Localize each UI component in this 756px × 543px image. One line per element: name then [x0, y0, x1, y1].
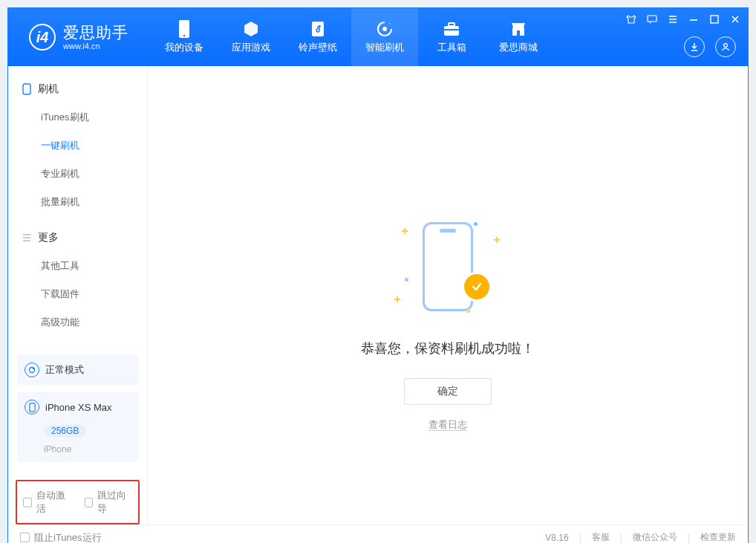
download-button[interactable]	[684, 36, 705, 57]
version-label: V8.16	[545, 533, 568, 543]
dot-icon	[466, 309, 470, 313]
tab-my-device[interactable]: 我的设备	[151, 8, 218, 66]
svg-rect-4	[444, 26, 459, 36]
sidebar-group-flash: 刷机	[8, 75, 147, 103]
device-capacity: 256GB	[44, 425, 86, 437]
flash-icon	[376, 20, 394, 38]
device-name: iPhone XS Max	[45, 402, 112, 413]
svg-rect-12	[23, 84, 30, 94]
feedback-icon[interactable]	[645, 13, 659, 26]
store-icon	[509, 20, 527, 38]
skin-icon[interactable]	[625, 13, 638, 26]
sidebar-item-onekey-flash[interactable]: 一键刷机	[8, 131, 147, 160]
phone-flash-icon	[22, 84, 32, 94]
tab-label: 智能刷机	[365, 41, 404, 54]
mode-panel[interactable]: 正常模式	[17, 355, 138, 385]
app-url: www.i4.cn	[63, 42, 128, 51]
sidebar-item-itunes-flash[interactable]: iTunes刷机	[8, 103, 147, 131]
tab-label: 爱思商城	[499, 41, 538, 54]
view-log-link[interactable]: 查看日志	[428, 418, 467, 432]
sidebar-item-other-tools[interactable]: 其他工具	[8, 252, 147, 280]
group-title: 更多	[38, 231, 59, 244]
confirm-button[interactable]: 确定	[404, 378, 492, 405]
device-panel[interactable]: iPhone XS Max 256GB iPhone	[17, 392, 138, 462]
svg-point-11	[724, 44, 728, 48]
svg-rect-6	[444, 29, 459, 30]
check-icon	[464, 274, 489, 299]
mode-icon	[25, 362, 39, 377]
footer-link-check-update[interactable]: 检查更新	[700, 531, 736, 543]
music-icon	[309, 20, 327, 38]
dot-icon	[474, 222, 478, 226]
tab-toolbox[interactable]: 工具箱	[418, 8, 485, 66]
toolbox-icon	[443, 20, 460, 38]
checkbox-auto-activate[interactable]: 自动激活	[23, 489, 71, 516]
tab-label: 我的设备	[165, 41, 203, 54]
window-controls	[625, 13, 742, 26]
tab-ringtones-wallpapers[interactable]: 铃声壁纸	[284, 8, 351, 66]
tab-label: 工具箱	[437, 41, 466, 54]
tab-smart-flash[interactable]: 智能刷机	[351, 8, 418, 66]
status-bar: 阻止iTunes运行 V8.16 | 客服 | 微信公众号 | 检查更新	[8, 524, 748, 543]
maximize-button[interactable]	[708, 13, 721, 26]
sidebar-item-pro-flash[interactable]: 专业刷机	[8, 160, 147, 188]
svg-point-14	[33, 368, 34, 369]
menu-icon[interactable]	[666, 13, 680, 26]
tab-label: 应用游戏	[232, 41, 270, 54]
footer-link-support[interactable]: 客服	[592, 531, 610, 543]
header-actions	[684, 36, 736, 57]
svg-point-1	[183, 35, 186, 37]
checkbox-box	[23, 498, 32, 507]
checkbox-skip-guide[interactable]: 跳过向导	[85, 489, 133, 516]
svg-rect-9	[648, 16, 656, 22]
user-button[interactable]	[715, 36, 736, 57]
checkbox-box	[85, 498, 94, 507]
app-name: 爱思助手	[63, 24, 128, 41]
minimize-button[interactable]	[687, 13, 700, 26]
device-type: iPhone	[44, 444, 71, 455]
checkbox-label: 自动激活	[36, 489, 71, 516]
svg-rect-15	[29, 403, 34, 411]
title-bar: i4 爱思助手 www.i4.cn 我的设备 应用游戏 铃声壁纸 智能刷机	[8, 8, 748, 66]
sparkle-icon	[494, 237, 500, 243]
logo-icon: i4	[29, 24, 56, 51]
sidebar-item-advanced[interactable]: 高级功能	[8, 308, 147, 336]
svg-rect-5	[449, 23, 454, 26]
checkbox-block-itunes[interactable]: 阻止iTunes运行	[20, 531, 102, 544]
menu-icon	[22, 233, 32, 243]
device-icon	[175, 20, 193, 38]
device-icon	[25, 400, 39, 414]
sidebar: 刷机 iTunes刷机 一键刷机 专业刷机 批量刷机 更多 其他工具 下载固件 …	[8, 66, 148, 524]
footer-link-wechat[interactable]: 微信公众号	[633, 531, 677, 543]
sidebar-item-download-firmware[interactable]: 下载固件	[8, 280, 147, 308]
success-message: 恭喜您，保资料刷机成功啦！	[361, 339, 535, 357]
tab-apps-games[interactable]: 应用游戏	[218, 8, 284, 66]
checkbox-label: 阻止iTunes运行	[34, 531, 102, 544]
success-illustration	[396, 215, 500, 319]
group-title: 刷机	[38, 82, 59, 96]
close-button[interactable]	[729, 13, 742, 26]
main-content: 恭喜您，保资料刷机成功啦！ 确定 查看日志	[148, 66, 748, 524]
main-tabs: 我的设备 应用游戏 铃声壁纸 智能刷机 工具箱 爱思商城	[151, 8, 552, 66]
app-logo: i4 爱思助手 www.i4.cn	[8, 8, 143, 66]
tab-label: 铃声壁纸	[299, 41, 337, 54]
svg-rect-10	[711, 16, 718, 23]
checkbox-box	[20, 533, 30, 542]
svg-rect-8	[517, 30, 520, 36]
sidebar-item-batch-flash[interactable]: 批量刷机	[8, 188, 147, 216]
cube-icon	[242, 20, 260, 38]
checkbox-label: 跳过向导	[97, 489, 132, 516]
tab-store[interactable]: 爱思商城	[485, 8, 552, 66]
highlighted-options: 自动激活 跳过向导	[16, 480, 140, 524]
sparkle-icon	[402, 228, 408, 234]
svg-point-3	[382, 27, 387, 31]
dot-icon	[405, 278, 408, 282]
phone-outline-icon	[423, 222, 473, 311]
sparkle-icon	[394, 296, 400, 302]
mode-label: 正常模式	[45, 363, 84, 377]
sidebar-group-more: 更多	[8, 224, 147, 252]
